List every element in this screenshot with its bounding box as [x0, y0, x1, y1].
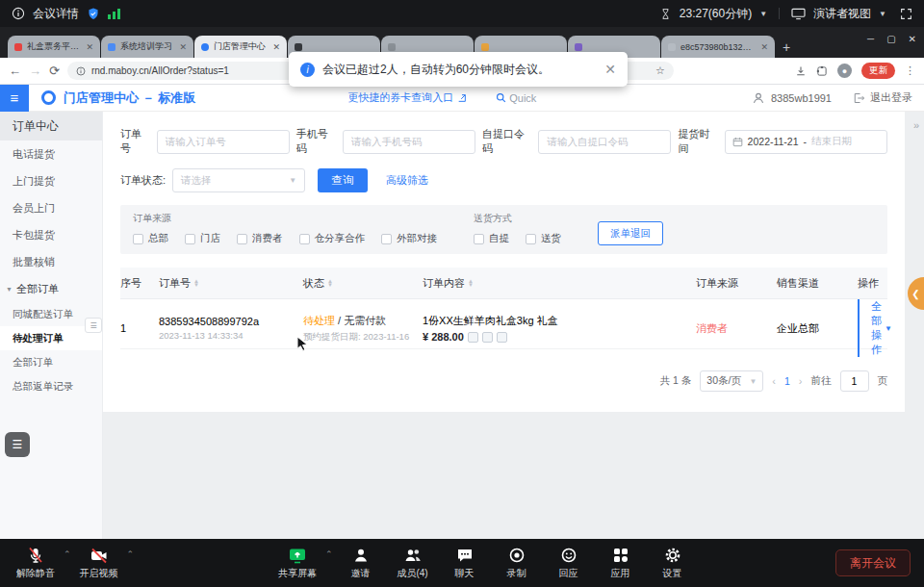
checkbox-external[interactable]: 外部对接	[381, 232, 437, 245]
share-screen-button[interactable]: 共享屏幕	[271, 546, 323, 580]
checkbox-icon[interactable]	[381, 234, 392, 244]
advanced-filter-link[interactable]: 高级筛选	[386, 173, 428, 188]
video-chevron-up-icon[interactable]: ⌃	[127, 549, 135, 559]
tab-favicon	[295, 43, 302, 51]
order-status-select[interactable]: 请选择 ▼	[172, 168, 305, 192]
browser-profile-avatar[interactable]: ●	[837, 64, 852, 78]
security-shield-icon[interactable]	[87, 7, 100, 21]
prev-page-icon[interactable]: ‹	[772, 375, 776, 387]
banner-text: 会议已超过2人，自动转为60分钟限时会议。	[322, 62, 550, 78]
dispatch-return-button[interactable]: 派单退回	[598, 221, 663, 245]
order-no-input[interactable]	[157, 130, 290, 154]
start-video-button[interactable]: 开启视频	[73, 546, 125, 580]
header-status[interactable]: 状态▲▼	[303, 276, 423, 291]
minimize-icon[interactable]: ─	[867, 34, 874, 44]
browser-menu-icon[interactable]: ⋮	[905, 64, 915, 77]
checkbox-icon[interactable]	[474, 234, 484, 244]
tab-close-icon[interactable]: ✕	[760, 42, 768, 52]
browser-tab[interactable]: 系统培训学习✕	[101, 36, 193, 58]
timer-chevron-down-icon[interactable]: ▼	[759, 10, 767, 18]
share-chevron-up-icon[interactable]: ⌃	[325, 549, 333, 559]
checkbox-store[interactable]: 门店	[185, 232, 220, 245]
browser-tab-active[interactable]: 门店管理中心✕	[194, 36, 287, 58]
search-button[interactable]: 查询	[318, 168, 368, 192]
sidebar-item-member-visit[interactable]: 会员上门	[0, 194, 102, 221]
sort-icon[interactable]: ▲▼	[193, 279, 199, 288]
checkbox-share-coop[interactable]: 仓分享合作	[299, 232, 366, 245]
record-button[interactable]: 录制	[491, 546, 543, 580]
view-mode-label[interactable]: 演讲者视图	[813, 6, 871, 22]
reactions-button[interactable]: 回应	[543, 546, 595, 580]
checkbox-delivery[interactable]: 送货	[526, 232, 561, 245]
date-range-picker[interactable]: 2022-11-21 - 结束日期	[725, 130, 887, 154]
all-actions-dropdown[interactable]: 全部操作	[871, 299, 882, 357]
logout-button[interactable]: 退出登录	[870, 90, 912, 105]
tab-close-icon[interactable]: ✕	[86, 42, 93, 52]
download-icon[interactable]	[795, 65, 807, 77]
order-no-label: 订单号	[120, 127, 150, 156]
header-order-no[interactable]: 订单号▲▼	[159, 276, 303, 291]
sidebar-item-phone-pickup[interactable]: 电话提货	[0, 140, 102, 167]
checkbox-icon[interactable]	[526, 234, 536, 244]
floating-menu-widget[interactable]: ☰	[5, 432, 30, 457]
apps-button[interactable]: 应用	[595, 546, 647, 580]
browser-tab[interactable]: e8c573980b1328a258fd2e6✕	[661, 36, 775, 58]
maximize-icon[interactable]: ▢	[886, 34, 895, 44]
leave-meeting-button[interactable]: 离开会议	[835, 549, 911, 576]
current-page[interactable]: 1	[784, 375, 790, 387]
goto-page-input[interactable]	[840, 370, 869, 392]
back-icon[interactable]: ←	[9, 64, 21, 77]
extensions-puzzle-icon[interactable]	[816, 65, 828, 77]
chat-button[interactable]: 聊天	[439, 546, 491, 580]
tab-close-icon[interactable]: ✕	[179, 42, 187, 52]
browser-tab[interactable]: 礼盒票务平台管理中心✕	[8, 36, 100, 58]
bookmark-star-icon[interactable]: ☆	[655, 64, 665, 77]
close-window-icon[interactable]: ✕	[909, 34, 916, 44]
menu-burger-button[interactable]: ≡	[0, 85, 29, 112]
sidebar-drag-handle[interactable]: ☰	[85, 318, 102, 333]
site-info-icon[interactable]	[76, 66, 86, 76]
members-icon	[403, 546, 423, 565]
network-signal-icon[interactable]	[108, 8, 120, 19]
sidebar-item-door-pickup[interactable]: 上门提货	[0, 167, 102, 194]
sort-icon[interactable]: ▲▼	[468, 279, 474, 288]
fullscreen-icon[interactable]	[900, 8, 912, 20]
reload-icon[interactable]: ⟳	[49, 64, 60, 77]
invite-button[interactable]: 邀请	[335, 546, 387, 580]
panel-collapse-icon[interactable]: »	[913, 119, 919, 131]
view-chevron-down-icon[interactable]: ▼	[879, 10, 886, 18]
sidebar-item-hq-return-records[interactable]: 总部返单记录	[0, 374, 102, 398]
phone-input[interactable]	[343, 130, 475, 154]
page-unit-label: 页	[878, 374, 888, 388]
coupon-query-link[interactable]: 更快捷的券卡查询入口	[347, 90, 467, 105]
sidebar-group-all-orders[interactable]: ▼ 全部订单	[0, 275, 102, 302]
forward-icon[interactable]: →	[29, 64, 41, 77]
unmute-button[interactable]: 解除静音	[10, 546, 62, 580]
meeting-timer[interactable]: 23:27(60分钟)	[680, 6, 752, 22]
meeting-details-label[interactable]: 会议详情	[33, 6, 79, 22]
mute-chevron-up-icon[interactable]: ⌃	[64, 549, 71, 559]
sort-icon[interactable]: ▲▼	[327, 279, 333, 288]
sidebar-item-card-pickup[interactable]: 卡包提货	[0, 221, 102, 248]
code-input[interactable]	[538, 130, 671, 154]
tab-close-icon[interactable]: ✕	[272, 42, 280, 52]
next-page-icon[interactable]: ›	[799, 375, 803, 387]
banner-close-icon[interactable]: ✕	[604, 62, 616, 77]
sidebar-item-all-orders[interactable]: 全部订单	[0, 350, 102, 374]
members-button[interactable]: 成员(4)	[387, 546, 439, 580]
checkbox-consumer[interactable]: 消费者	[237, 232, 283, 245]
sidebar-item-batch-verify[interactable]: 批量核销	[0, 248, 102, 275]
chrome-update-button[interactable]: 更新	[861, 63, 895, 79]
checkbox-icon[interactable]	[185, 234, 195, 244]
checkbox-self-pickup[interactable]: 自提	[474, 232, 509, 245]
checkbox-icon[interactable]	[237, 234, 247, 244]
header-content[interactable]: 订单内容▲▼	[423, 276, 696, 291]
checkbox-icon[interactable]	[133, 234, 143, 244]
checkbox-icon[interactable]	[299, 234, 310, 244]
username[interactable]: 8385wb1991	[771, 92, 832, 104]
quick-search-entry[interactable]: Quick	[496, 92, 536, 104]
page-size-select[interactable]: 30条/页 ▼	[700, 370, 763, 392]
checkbox-hq[interactable]: 总部	[133, 232, 168, 245]
new-tab-button[interactable]: +	[783, 39, 790, 55]
settings-button[interactable]: 设置	[647, 546, 699, 580]
